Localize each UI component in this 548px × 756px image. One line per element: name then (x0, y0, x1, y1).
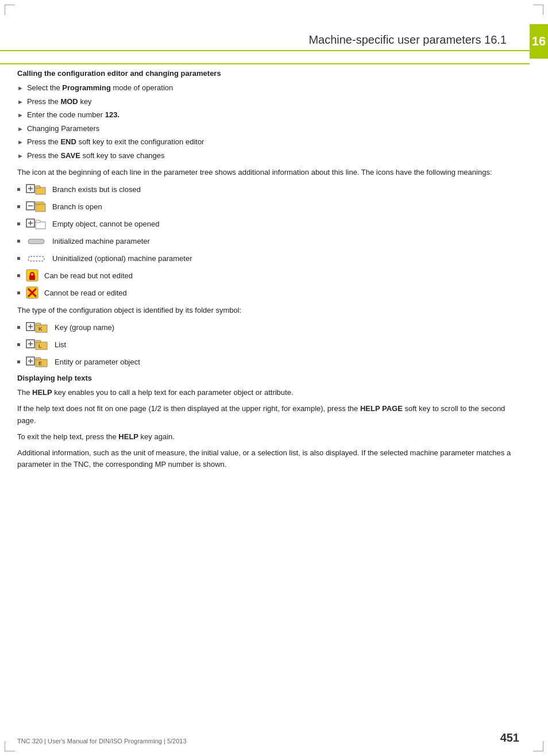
branch-open-icon (26, 200, 47, 213)
header-rule (0, 63, 530, 64)
initialized-icon (26, 235, 47, 247)
icon-label-empty-object: Empty object, cannot be opened (52, 220, 159, 228)
icon-item-branch-closed: Branch exists but is closed (17, 183, 519, 195)
section2-heading: Displaying help texts (17, 374, 519, 382)
no-access-icon (26, 286, 38, 299)
folder-label-list: List (55, 340, 66, 349)
bullet-sq-1 (17, 188, 20, 191)
svg-rect-15 (28, 256, 44, 261)
icon-label-initialized: Initialized machine parameter (52, 237, 150, 245)
chapter-number: 16 (532, 34, 546, 49)
icon-label-uninitialized: Uninitialized (optional) machine paramet… (52, 254, 192, 263)
icon-item-no-access: Cannot be read or edited (17, 286, 519, 299)
corner-mark-br (533, 741, 543, 751)
bullet-sq-3 (17, 222, 20, 225)
icon-item-initialized: Initialized machine parameter (17, 235, 519, 247)
help-para-4: Additional information, such as the unit… (17, 447, 519, 470)
page-number: 451 (500, 731, 519, 745)
icon-label-no-access: Cannot be read or edited (44, 289, 127, 297)
icon-item-uninitialized: Uninitialized (optional) machine paramet… (17, 252, 519, 264)
list-folder-icon: L (26, 338, 49, 351)
bullet-sq-6 (17, 274, 20, 277)
arrow-icon-6: ► (17, 151, 24, 161)
bullet-item-5: ► Press the END soft key to exit the con… (17, 136, 519, 148)
bold-programming: Programming (62, 83, 111, 92)
help-para-2: If the help text does not fit on one pag… (17, 403, 519, 426)
icon-item-branch-open: Branch is open (17, 200, 519, 213)
svg-rect-4 (36, 186, 40, 188)
folder-label-entity: Entity or parameter object (55, 358, 140, 366)
svg-text:L: L (38, 343, 42, 349)
bold-end: END (60, 137, 76, 146)
svg-text:E: E (38, 360, 42, 366)
corner-mark-tr (533, 5, 543, 15)
key-folder-icon: K (26, 321, 49, 333)
corner-mark-tl (5, 5, 15, 15)
arrow-icon-1: ► (17, 83, 24, 93)
empty-object-icon (26, 217, 47, 230)
bullet-sq-5 (17, 257, 20, 260)
svg-rect-14 (28, 239, 44, 244)
svg-rect-7 (36, 204, 45, 212)
svg-rect-31 (36, 340, 41, 343)
bullet-item-6: ► Press the SAVE soft key to save change… (17, 150, 519, 162)
page-header: Machine-specific user parameters 16.1 (0, 24, 530, 51)
arrow-icon-4: ► (17, 124, 24, 134)
folder-list: K Key (group name) L List (17, 321, 519, 368)
arrow-icon-2: ► (17, 97, 24, 107)
folder-item-key: K Key (group name) (17, 321, 519, 333)
bold-save: SAVE (60, 151, 80, 160)
main-content: Calling the configuration editor and cha… (17, 69, 519, 722)
bullet-item-1: ► Select the Programming mode of operati… (17, 82, 519, 94)
svg-rect-12 (36, 222, 45, 229)
help-para-3: To exit the help text, press the HELP ke… (17, 431, 519, 443)
help-para-1: The HELP key enables you to call a help … (17, 387, 519, 398)
bold-help-2: HELP (118, 432, 138, 441)
page-title: Machine-specific user parameters 16.1 (308, 33, 507, 47)
icon-item-empty-object: Empty object, cannot be opened (17, 217, 519, 230)
icons-intro-para: The icon at the beginning of each line i… (17, 167, 519, 178)
bullet-sq-f3 (17, 360, 20, 363)
corner-mark-bl (5, 741, 15, 751)
entity-folder-icon: E (26, 355, 49, 368)
icon-label-branch-closed: Branch exists but is closed (52, 185, 141, 194)
bullet-sq-2 (17, 205, 20, 208)
bold-help-page: HELP PAGE (360, 404, 403, 413)
bullet-sq-4 (17, 240, 20, 243)
icon-item-read-only: Can be read but not edited (17, 269, 519, 282)
svg-rect-13 (36, 220, 40, 222)
bullet-sq-f1 (17, 326, 20, 329)
section1-heading: Calling the configuration editor and cha… (17, 69, 519, 78)
bullet-sq-7 (17, 291, 20, 294)
folder-item-entity: E Entity or parameter object (17, 355, 519, 368)
svg-text:K: K (38, 326, 43, 332)
arrow-icon-5: ► (17, 137, 24, 147)
folder-label-key: Key (group name) (55, 323, 114, 332)
footer-text: TNC 320 | User's Manual for DIN/ISO Prog… (17, 738, 187, 745)
folder-item-list: L List (17, 338, 519, 351)
svg-rect-17 (29, 275, 35, 280)
bold-mod: MOD (60, 97, 78, 106)
bullet-sq-f2 (17, 343, 20, 346)
arrow-icon-3: ► (17, 110, 24, 120)
bullet-item-4: ► Changing Parameters (17, 123, 519, 135)
bullet-item-2: ► Press the MOD key (17, 96, 519, 108)
bullet-item-3: ► Enter the code number 123. (17, 109, 519, 121)
svg-rect-37 (36, 358, 41, 360)
bold-123: 123. (105, 110, 119, 119)
folder-intro-para: The type of the configuration object is … (17, 305, 519, 316)
chapter-tab: 16 (530, 24, 548, 59)
bullet-list: ► Select the Programming mode of operati… (17, 82, 519, 161)
branch-closed-icon (26, 183, 47, 195)
icon-label-read-only: Can be read but not edited (44, 271, 133, 280)
svg-rect-25 (36, 323, 41, 325)
icon-list: Branch exists but is closed Branch is op… (17, 183, 519, 299)
bold-help-1: HELP (32, 388, 52, 397)
svg-rect-3 (36, 187, 45, 194)
uninitialized-icon (26, 252, 47, 264)
read-only-icon (26, 269, 38, 282)
icon-label-branch-open: Branch is open (52, 202, 102, 211)
